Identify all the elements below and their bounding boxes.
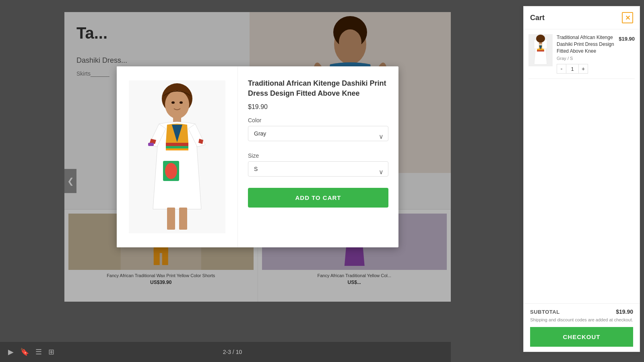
- cart-item-variant: Gray / S: [557, 56, 619, 61]
- quantity-value: 1: [566, 64, 578, 74]
- modal-product-info: Traditional African Kitenge Dashiki Prin…: [237, 66, 398, 247]
- modal-product-price: $19.90: [248, 103, 388, 111]
- modal-image-area: [117, 66, 237, 247]
- color-select[interactable]: Gray White Black: [248, 126, 388, 141]
- subtotal-label: SUBTOTAL: [530, 309, 560, 315]
- cart-subtotal-row: SUBTOTAL $19.90: [530, 309, 633, 315]
- svg-point-37: [536, 35, 545, 43]
- checkout-button[interactable]: CHECKOUT: [530, 327, 633, 347]
- cart-panel: Cart ✕ Traditi: [523, 6, 640, 352]
- cart-item: Traditional African Kitenge Dashiki Prin…: [528, 34, 635, 79]
- product-modal: Traditional African Kitenge Dashiki Prin…: [117, 66, 398, 247]
- color-select-wrapper[interactable]: Gray White Black: [248, 126, 388, 147]
- cart-item-price: $19.90: [619, 34, 635, 42]
- size-select[interactable]: XS S M L XL: [248, 161, 388, 177]
- page-indicator: 2-3 / 10: [223, 349, 242, 355]
- cart-title: Cart: [530, 14, 545, 22]
- svg-rect-24: [166, 148, 188, 150]
- quantity-decrease-button[interactable]: -: [557, 64, 566, 74]
- color-label: Color: [248, 117, 388, 123]
- svg-rect-29: [148, 143, 154, 146]
- play-button[interactable]: ▶: [8, 348, 14, 356]
- modal-overlay: Traditional African Kitenge Dashiki Prin…: [64, 12, 451, 302]
- cart-item-details: Traditional African Kitenge Dashiki Prin…: [557, 34, 635, 74]
- subtotal-value: $19.90: [616, 309, 633, 315]
- shipping-note: Shipping and discount codes are added at…: [530, 317, 633, 322]
- svg-point-20: [165, 90, 189, 119]
- cart-item-image: [528, 34, 553, 66]
- svg-rect-22: [166, 143, 188, 146]
- toolbar-controls: ▶ 🔖 ☰ ⊞: [8, 348, 54, 356]
- cart-item-row: Traditional African Kitenge Dashiki Prin…: [557, 34, 635, 74]
- size-select-wrapper[interactable]: XS S M L XL: [248, 161, 388, 182]
- bottom-toolbar: ▶ 🔖 ☰ ⊞ 2-3 / 10: [0, 342, 451, 362]
- svg-point-26: [165, 163, 177, 179]
- cart-close-button[interactable]: ✕: [622, 12, 633, 23]
- svg-rect-27: [167, 208, 175, 230]
- svg-point-31: [180, 101, 183, 104]
- cart-items-list: Traditional African Kitenge Dashiki Prin…: [524, 29, 640, 303]
- cart-header: Cart ✕: [524, 6, 640, 29]
- grid-button[interactable]: ⊞: [48, 348, 54, 356]
- modal-product-title: Traditional African Kitenge Dashiki Prin…: [248, 78, 388, 99]
- svg-rect-34: [537, 50, 544, 51]
- add-to-cart-button[interactable]: ADD TO CART: [248, 188, 388, 208]
- cart-item-quantity: - 1 +: [557, 64, 619, 74]
- cart-subtotal-section: SUBTOTAL $19.90 Shipping and discount co…: [524, 303, 640, 352]
- svg-rect-23: [166, 146, 188, 148]
- svg-rect-28: [179, 208, 187, 230]
- modal-product-image: [129, 80, 225, 233]
- list-button[interactable]: ☰: [35, 348, 42, 356]
- bookmark-button[interactable]: 🔖: [20, 348, 29, 356]
- quantity-increase-button[interactable]: +: [578, 64, 588, 74]
- size-label: Size: [248, 152, 388, 159]
- svg-point-30: [171, 101, 175, 104]
- cart-item-name: Traditional African Kitenge Dashiki Prin…: [557, 34, 619, 54]
